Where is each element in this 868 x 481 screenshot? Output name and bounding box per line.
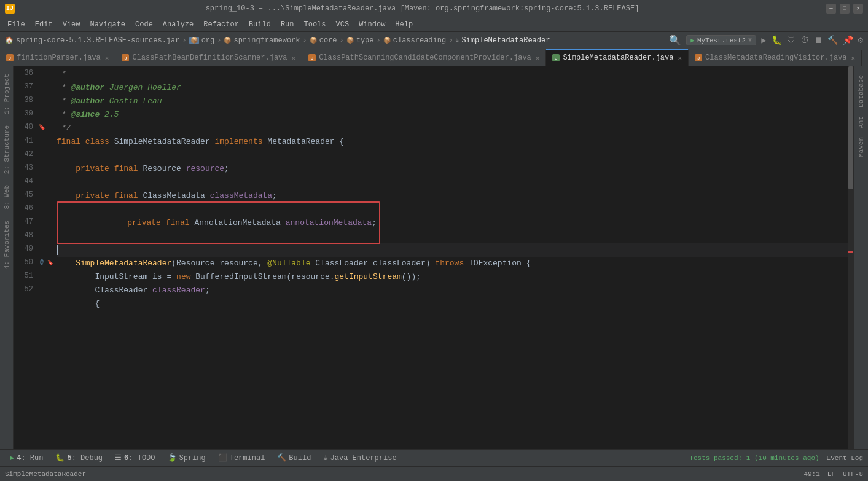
tab-close-classpathscanning[interactable]: ✕ xyxy=(536,54,540,62)
line-ending[interactable]: LF xyxy=(827,471,835,478)
sidebar-tab-project[interactable]: 1: Project xyxy=(2,69,12,119)
encoding[interactable]: UTF-8 xyxy=(843,471,863,478)
code-editor[interactable]: * * @author Juergen Hoeller * @author Co… xyxy=(54,66,848,449)
tool-tab-ant[interactable]: Ant xyxy=(856,112,866,132)
code-line-40: */ xyxy=(57,122,848,135)
fold-40 xyxy=(47,120,54,134)
close-button[interactable]: ✕ xyxy=(853,4,863,14)
menu-edit[interactable]: Edit xyxy=(30,19,58,30)
scroll-thumb[interactable] xyxy=(848,66,853,189)
left-tool-sidebar: 1: Project 2: Structure 3: Web 4: Favori… xyxy=(0,66,14,449)
menu-refactor[interactable]: Refactor xyxy=(198,19,244,30)
menu-help[interactable]: Help xyxy=(390,19,418,30)
spring-tool-btn[interactable]: 🍃 Spring xyxy=(163,452,211,464)
at-marker-50: @ xyxy=(40,259,43,265)
gutter-row-46: 46 xyxy=(14,201,54,215)
menu-vcs[interactable]: VCS xyxy=(331,19,354,30)
main-area: 1: Project 2: Structure 3: Web 4: Favori… xyxy=(0,66,868,449)
maximize-button[interactable]: □ xyxy=(840,4,850,14)
editor-tabs: J finitionParser.java ✕ J ClassPathBeanD… xyxy=(0,49,868,66)
breadcrumb-springframework[interactable]: 📦 springframework xyxy=(224,36,300,45)
run-config[interactable]: ▶ MyTest.test2 ▼ xyxy=(686,35,756,45)
status-bar: SimpleMetadataReader 49:1 LF UTF-8 xyxy=(0,466,868,481)
code-line-36: * xyxy=(57,68,848,81)
line-num-51: 51 xyxy=(14,269,37,283)
tab-classmetadatareading[interactable]: J ClassMetadataReadingVisitor.java ✕ xyxy=(689,50,862,66)
fold-36 xyxy=(47,66,54,80)
tab-classpathscanning[interactable]: J ClassPathScanningCandidateComponentPro… xyxy=(302,50,546,66)
menu-file[interactable]: File xyxy=(2,19,30,30)
java-enterprise-btn[interactable]: ☕ Java Enterprise xyxy=(318,452,401,464)
gutter-marker-36 xyxy=(37,66,47,80)
tool-tab-database[interactable]: Database xyxy=(856,71,866,111)
highlight-box-47: private final AnnotationMetadata annotat… xyxy=(57,201,380,244)
menu-window[interactable]: Window xyxy=(354,19,390,30)
run-button[interactable]: ▶ xyxy=(761,35,766,45)
menu-analyze[interactable]: Analyze xyxy=(158,19,198,30)
terminal-icon: ⬛ xyxy=(218,453,227,463)
tab-classpathbean[interactable]: J ClassPathBeanDefinitionScanner.java ✕ xyxy=(115,50,302,66)
tab-close-simplemetadata[interactable]: ✕ xyxy=(678,54,682,62)
tab-finitionparser[interactable]: J finitionParser.java ✕ xyxy=(0,50,115,66)
right-tool-tabs: Database Ant Maven xyxy=(853,66,868,449)
breadcrumb-org[interactable]: 📦 org xyxy=(189,36,215,45)
title-bar-controls: — □ ✕ xyxy=(826,4,863,14)
breadcrumb-core[interactable]: 📦 core xyxy=(310,36,337,45)
terminal-tool-btn[interactable]: ⬛ Terminal xyxy=(213,452,270,464)
menu-view[interactable]: View xyxy=(58,19,85,30)
profile-button[interactable]: ⏱ xyxy=(800,36,809,45)
code-line-41: final class SimpleMetadataReader impleme… xyxy=(57,135,848,149)
sidebar-tab-web[interactable]: 3: Web xyxy=(2,180,12,214)
status-left: SimpleMetadataReader xyxy=(5,471,86,478)
todo-tool-btn[interactable]: ☰ 6: TODO xyxy=(110,452,160,464)
code-line-37: * @author Juergen Hoeller xyxy=(57,81,848,95)
tab-annotationme[interactable]: J AnnotationMe... ✕ xyxy=(862,50,868,66)
gutter-row-49: 49 xyxy=(14,242,54,256)
code-line-50: SimpleMetadataReader(Resource resource, … xyxy=(57,257,848,270)
coverage-button[interactable]: 🛡 xyxy=(787,36,796,45)
gutter-marker-41 xyxy=(37,134,47,147)
gutter-marker-42 xyxy=(37,147,47,161)
tab-close-classpathbean[interactable]: ✕ xyxy=(292,54,296,62)
breadcrumb-classreading[interactable]: 📦 classreading xyxy=(383,36,446,45)
line-num-36: 36 xyxy=(14,66,37,80)
tab-icon-classmetadatareading: J xyxy=(695,54,702,61)
line-num-49: 49 xyxy=(14,242,37,256)
menu-code[interactable]: Code xyxy=(130,19,158,30)
build-button[interactable]: 🔨 xyxy=(827,35,838,45)
tab-close-classmetadatareading[interactable]: ✕ xyxy=(851,54,856,62)
debug-tool-icon: 🐛 xyxy=(55,453,65,463)
breadcrumb-root[interactable]: 🏠 spring-core-5.1.3.RELEASE-sources.jar xyxy=(5,36,179,45)
sidebar-tab-structure[interactable]: 2: Structure xyxy=(2,120,12,179)
minimize-button[interactable]: — xyxy=(826,4,836,14)
tool-tab-maven[interactable]: Maven xyxy=(856,133,866,161)
pin-button[interactable]: 📌 xyxy=(843,35,853,45)
breadcrumb-class[interactable]: ☕ SimpleMetadataReader xyxy=(455,36,550,45)
line-num-46: 46 xyxy=(14,201,37,215)
breadcrumb-type[interactable]: 📦 type xyxy=(346,36,374,45)
menu-build[interactable]: Build xyxy=(244,19,276,30)
gutter-row-40: 40 🔖 xyxy=(14,120,54,134)
fold-42 xyxy=(47,147,54,161)
debug-button[interactable]: 🐛 xyxy=(772,35,782,45)
event-log-btn[interactable]: Event Log xyxy=(827,455,863,462)
fold-48 xyxy=(47,229,54,242)
menu-run[interactable]: Run xyxy=(276,19,299,30)
menu-navigate[interactable]: Navigate xyxy=(85,19,130,30)
settings-button[interactable]: ⚙ xyxy=(858,35,863,45)
gutter-row-39: 39 xyxy=(14,107,54,120)
gutter-marker-46 xyxy=(37,201,47,215)
line-num-41: 41 xyxy=(14,134,37,147)
debug-tool-btn[interactable]: 🐛 5: Debug xyxy=(50,452,108,464)
search-everywhere-icon[interactable]: 🔍 xyxy=(669,34,681,47)
fold-45 xyxy=(47,188,54,201)
cursor-49 xyxy=(57,245,58,255)
tab-close-finitionparser[interactable]: ✕ xyxy=(105,54,109,62)
stop-button[interactable]: ⏹ xyxy=(814,36,823,45)
sidebar-tab-favorites[interactable]: 4: Favorites xyxy=(2,216,12,274)
scrollbar-right[interactable] xyxy=(848,66,853,449)
run-tool-btn[interactable]: ▶ 4: Run xyxy=(5,452,48,464)
tab-simplemetadata[interactable]: J SimpleMetadataReader.java ✕ xyxy=(546,49,689,66)
build-tool-btn[interactable]: 🔨 Build xyxy=(272,452,316,464)
menu-tools[interactable]: Tools xyxy=(299,19,331,30)
